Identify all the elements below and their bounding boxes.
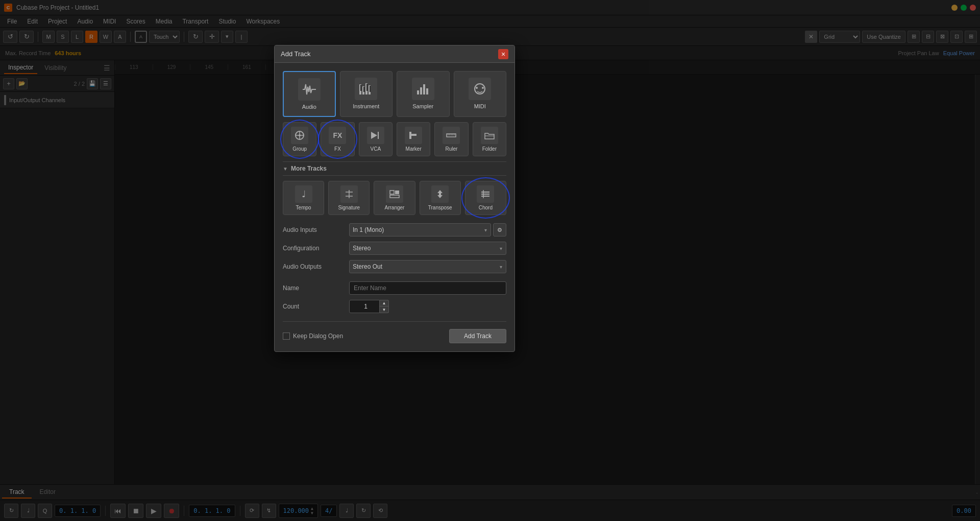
transpose-icon xyxy=(431,185,449,203)
audio-outputs-select[interactable]: Stereo Out No Bus xyxy=(349,260,506,273)
more-tracks-arrow[interactable]: ▼ xyxy=(283,166,288,172)
svg-rect-9 xyxy=(420,87,422,94)
track-type-audio[interactable]: Audio xyxy=(283,71,336,117)
track-type-midi[interactable]: MIDI xyxy=(454,71,507,117)
group-label: Group xyxy=(292,146,307,152)
track-type-grid2: Group FX FX VCA xyxy=(283,122,506,156)
more-track-arranger[interactable]: Arranger xyxy=(374,181,415,215)
modal-header: Add Track × xyxy=(275,45,514,63)
track-type-instrument[interactable]: Instrument xyxy=(340,71,393,117)
name-label: Name xyxy=(283,285,349,292)
vca-icon xyxy=(367,127,384,144)
modal-body: Audio xyxy=(275,63,514,351)
svg-rect-11 xyxy=(426,88,428,94)
arranger-icon xyxy=(386,185,403,203)
keep-open-label: Keep Dialog Open xyxy=(293,333,343,340)
svg-point-14 xyxy=(482,87,484,89)
track-type-fx[interactable]: FX FX xyxy=(321,122,354,156)
modal-divider xyxy=(283,321,506,322)
svg-point-18 xyxy=(299,134,301,136)
track-type-sampler[interactable]: Sampler xyxy=(397,71,450,117)
more-tracks-label: More Tracks xyxy=(291,165,327,172)
signature-icon xyxy=(340,185,358,203)
count-input[interactable] xyxy=(349,300,380,313)
track-type-grid: Audio xyxy=(283,71,506,117)
arranger-label: Arranger xyxy=(385,205,405,210)
audio-icon xyxy=(298,78,321,101)
svg-rect-10 xyxy=(423,84,425,94)
track-type-vca[interactable]: VCA xyxy=(359,122,393,156)
more-tracks-header: ▼ More Tracks xyxy=(283,161,506,176)
more-track-chord[interactable]: Chord xyxy=(465,181,506,215)
audio-inputs-refresh-btn[interactable]: ⚙ xyxy=(493,223,506,236)
audio-outputs-label: Audio Outputs xyxy=(283,263,349,270)
svg-rect-7 xyxy=(370,86,371,92)
add-track-confirm-btn[interactable]: Add Track xyxy=(449,329,506,343)
svg-rect-5 xyxy=(363,87,364,92)
folder-icon xyxy=(481,127,498,144)
more-track-tempo[interactable]: ♩ Tempo xyxy=(283,181,324,215)
more-track-signature[interactable]: Signature xyxy=(328,181,370,215)
count-input-wrapper: ▲ ▼ xyxy=(349,300,389,313)
count-down-btn[interactable]: ▼ xyxy=(380,306,389,313)
svg-rect-35 xyxy=(390,195,399,198)
count-spinners: ▲ ▼ xyxy=(380,300,389,313)
modal-close-btn[interactable]: × xyxy=(498,49,508,59)
audio-inputs-select[interactable]: In 1 (Mono) In 2 (Mono) Stereo In xyxy=(349,223,491,236)
tempo-label: Tempo xyxy=(296,205,311,210)
svg-marker-37 xyxy=(437,193,443,198)
ruler-icon xyxy=(443,127,460,144)
svg-rect-8 xyxy=(417,90,419,94)
more-track-transpose[interactable]: Transpose xyxy=(420,181,461,215)
count-row: Count ▲ ▼ xyxy=(283,300,506,313)
add-track-modal: Add Track × Audio xyxy=(274,45,515,352)
ruler-label: Ruler xyxy=(446,146,458,152)
more-track-grid: ♩ Tempo Signature xyxy=(283,181,506,215)
count-label: Count xyxy=(283,303,349,310)
audio-inputs-select-wrapper: In 1 (Mono) In 2 (Mono) Stereo In ▾ xyxy=(349,223,491,236)
sampler-label: Sampler xyxy=(412,103,433,109)
svg-rect-6 xyxy=(366,84,368,91)
sampler-icon xyxy=(412,78,434,100)
configuration-row: Configuration Mono Stereo ▾ xyxy=(283,242,506,255)
track-type-folder[interactable]: Folder xyxy=(473,122,506,156)
svg-rect-22 xyxy=(409,134,416,136)
signature-label: Signature xyxy=(338,205,360,210)
audio-inputs-row: Audio Inputs In 1 (Mono) In 2 (Mono) Ste… xyxy=(283,223,506,236)
audio-label: Audio xyxy=(302,104,316,110)
svg-marker-19 xyxy=(371,132,377,139)
track-type-marker[interactable]: Marker xyxy=(397,122,430,156)
fx-label: FX xyxy=(334,146,341,152)
track-type-group[interactable]: Group xyxy=(283,122,316,156)
tempo-icon: ♩ xyxy=(295,185,312,203)
svg-rect-4 xyxy=(360,85,361,91)
keep-open-checkbox[interactable] xyxy=(283,333,290,340)
configuration-label: Configuration xyxy=(283,245,349,252)
name-row: Name xyxy=(283,281,506,295)
modal-title: Add Track xyxy=(281,50,498,58)
modal-footer: Keep Dialog Open Add Track xyxy=(283,329,506,343)
audio-outputs-row: Audio Outputs Stereo Out No Bus ▾ xyxy=(283,260,506,273)
marker-label: Marker xyxy=(406,146,422,152)
svg-point-13 xyxy=(476,87,478,89)
svg-rect-34 xyxy=(395,191,399,194)
group-icon xyxy=(291,127,308,144)
configuration-select[interactable]: Mono Stereo xyxy=(349,242,506,255)
vca-label: VCA xyxy=(371,146,381,152)
midi-icon xyxy=(469,78,491,100)
audio-outputs-select-wrapper: Stereo Out No Bus ▾ xyxy=(349,260,506,273)
marker-icon xyxy=(405,127,422,144)
name-input[interactable] xyxy=(349,281,506,295)
track-type-ruler[interactable]: Ruler xyxy=(434,122,468,156)
modal-overlay: Add Track × Audio xyxy=(0,0,980,521)
instrument-icon xyxy=(355,78,377,100)
svg-rect-33 xyxy=(390,191,394,194)
count-up-btn[interactable]: ▲ xyxy=(380,300,389,306)
audio-inputs-label: Audio Inputs xyxy=(283,226,349,233)
chord-label: Chord xyxy=(479,205,493,210)
keep-open-wrapper[interactable]: Keep Dialog Open xyxy=(283,333,343,340)
chord-icon xyxy=(477,185,494,203)
fx-icon: FX xyxy=(329,127,346,144)
midi-label: MIDI xyxy=(474,103,486,109)
instrument-label: Instrument xyxy=(353,103,379,109)
